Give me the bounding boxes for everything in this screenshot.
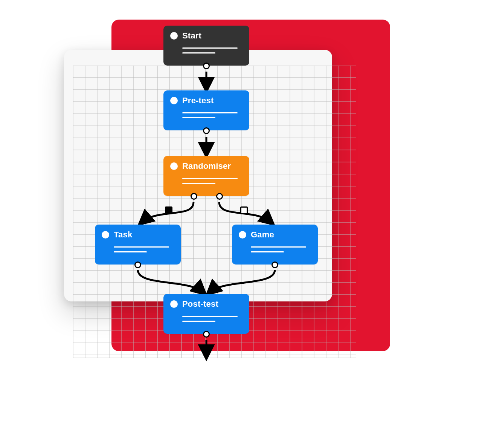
status-dot-icon (170, 32, 178, 40)
status-dot-icon (239, 231, 246, 239)
node-title: Post-test (182, 299, 218, 309)
node-title: Task (114, 230, 132, 240)
flow-connectors (0, 0, 482, 448)
node-placeholder-lines (182, 178, 243, 189)
node-pretest[interactable]: Pre-test (163, 90, 249, 130)
port-out[interactable] (203, 331, 210, 338)
node-game[interactable]: Game (232, 225, 318, 265)
port-out[interactable] (272, 261, 278, 268)
status-dot-icon (170, 162, 178, 170)
port-out-left[interactable] (191, 193, 197, 200)
node-task[interactable]: Task (95, 225, 181, 265)
node-placeholder-lines (182, 47, 243, 59)
status-dot-icon (170, 97, 178, 104)
node-placeholder-lines (251, 246, 311, 258)
port-out-right[interactable] (216, 193, 223, 200)
node-title: Randomiser (182, 161, 231, 171)
node-placeholder-lines (182, 316, 243, 327)
port-out[interactable] (203, 127, 210, 134)
port-out[interactable] (203, 63, 210, 69)
port-out[interactable] (134, 261, 141, 268)
node-randomiser[interactable]: Randomiser (163, 156, 249, 196)
node-title: Game (251, 230, 274, 240)
branch-marker-filled-icon (165, 206, 172, 214)
node-title: Start (182, 31, 201, 41)
status-dot-icon (170, 300, 178, 308)
node-title: Pre-test (182, 96, 214, 106)
node-start[interactable]: Start (163, 26, 249, 66)
node-placeholder-lines (182, 112, 243, 124)
node-posttest[interactable]: Post-test (163, 294, 249, 334)
node-placeholder-lines (114, 246, 174, 258)
branch-marker-open-icon (240, 206, 248, 214)
diagram-stage: Start Pre-test Randomiser Task (0, 0, 482, 448)
status-dot-icon (102, 231, 109, 239)
